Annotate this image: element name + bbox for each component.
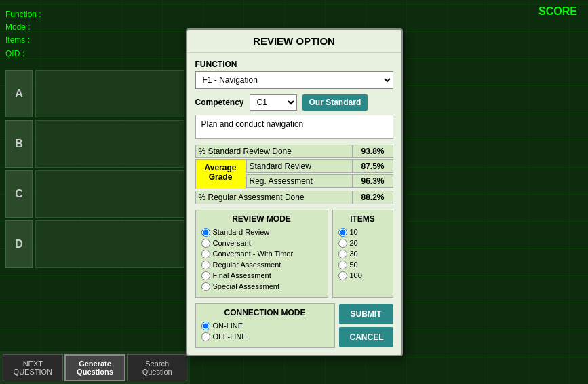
radio-online: ON-LINE <box>201 322 329 330</box>
radio-offline-label: OFF-LINE <box>213 332 247 341</box>
average-grade-cell: AverageGrade <box>195 159 246 189</box>
radio-offline: OFF-LINE <box>201 332 329 341</box>
function-section-label: FUNCTION <box>195 60 393 69</box>
percent-regular-label: % Regular Assessment Done <box>195 191 353 204</box>
radio-items-10-input[interactable] <box>338 228 347 237</box>
submit-button[interactable]: SUBMIT <box>339 304 393 324</box>
reg-assessment-label: Reg. Assessment <box>246 174 353 188</box>
competency-row: Competency C1 C2 C3 C4 Our Standard <box>195 94 393 111</box>
percent-standard-label: % Standard Review Done <box>195 145 353 158</box>
radio-conversant-timer: Conversant - With Timer <box>201 250 322 258</box>
competency-select[interactable]: C1 C2 C3 C4 <box>250 94 297 111</box>
radio-regular-assessment-label: Regular Assessment <box>213 261 281 269</box>
average-section: AverageGrade Standard Review 87.5% Reg. … <box>195 159 393 189</box>
our-standard-button[interactable]: Our Standard <box>302 94 368 111</box>
standard-review-value: 87.5% <box>353 159 393 173</box>
radio-items-20: 20 <box>338 239 387 248</box>
radio-special-assessment-input[interactable] <box>201 282 210 291</box>
radio-items-100-input[interactable] <box>338 271 347 280</box>
radio-regular-assessment: Regular Assessment <box>201 261 322 269</box>
competency-label: Competency <box>195 98 244 107</box>
radio-items-20-input[interactable] <box>338 239 347 248</box>
radio-regular-assessment-input[interactable] <box>201 261 210 269</box>
radio-final-assessment-input[interactable] <box>201 271 210 280</box>
modal-body: FUNCTION F1 - Navigation F2 - Engineerin… <box>187 53 401 355</box>
action-buttons: SUBMIT CANCEL <box>339 303 393 348</box>
stats-row-standard: % Standard Review Done 93.8% <box>195 145 393 158</box>
radio-standard-review-label: Standard Review <box>213 228 270 236</box>
radio-items-10-label: 10 <box>350 228 358 236</box>
lower-section: REVIEW MODE Standard Review Conversant C… <box>195 210 393 298</box>
radio-items-30-input[interactable] <box>338 250 347 258</box>
radio-conversant-input[interactable] <box>201 239 210 248</box>
average-right: Standard Review 87.5% Reg. Assessment 96… <box>246 159 393 189</box>
modal-title: REVIEW OPTION <box>187 30 401 53</box>
radio-conversant-timer-label: Conversant - With Timer <box>213 250 294 258</box>
radio-items-50-label: 50 <box>350 261 358 269</box>
radio-items-30-label: 30 <box>350 250 358 258</box>
modal-overlay: REVIEW OPTION FUNCTION F1 - Navigation F… <box>0 0 588 384</box>
radio-standard-review: Standard Review <box>201 228 322 237</box>
description-box: Plan and conduct navigation <box>195 115 393 139</box>
connection-mode-title: CONNECTION MODE <box>201 308 329 318</box>
radio-items-10: 10 <box>338 228 387 237</box>
bottom-row: CONNECTION MODE ON-LINE OFF-LINE SUBMIT … <box>195 303 393 348</box>
radio-items-30: 30 <box>338 250 387 258</box>
function-select[interactable]: F1 - Navigation F2 - Engineering F3 - Ca… <box>195 71 393 89</box>
percent-standard-value: 93.8% <box>353 145 393 158</box>
radio-online-label: ON-LINE <box>213 322 243 330</box>
stats-row-standard-review: Standard Review 87.5% <box>246 159 393 173</box>
review-mode-title: REVIEW MODE <box>201 214 322 224</box>
radio-special-assessment: Special Assessment <box>201 282 322 291</box>
radio-items-50-input[interactable] <box>338 261 347 269</box>
radio-special-assessment-label: Special Assessment <box>213 282 279 290</box>
radio-offline-input[interactable] <box>201 332 210 341</box>
standard-review-label: Standard Review <box>246 159 353 173</box>
connection-mode-box: CONNECTION MODE ON-LINE OFF-LINE <box>195 303 335 348</box>
radio-online-input[interactable] <box>201 322 210 330</box>
stats-row-reg-assessment: Reg. Assessment 96.3% <box>246 174 393 188</box>
radio-final-assessment-label: Final Assessment <box>213 271 271 280</box>
radio-items-20-label: 20 <box>350 239 358 247</box>
review-mode-box: REVIEW MODE Standard Review Conversant C… <box>195 210 328 298</box>
radio-conversant-timer-input[interactable] <box>201 250 210 258</box>
radio-items-100: 100 <box>338 271 387 280</box>
radio-items-100-label: 100 <box>350 271 362 280</box>
radio-final-assessment: Final Assessment <box>201 271 322 280</box>
reg-assessment-value: 96.3% <box>353 174 393 188</box>
radio-standard-review-input[interactable] <box>201 228 210 237</box>
radio-items-50: 50 <box>338 261 387 269</box>
items-title: ITEMS <box>338 214 387 224</box>
radio-conversant: Conversant <box>201 239 322 248</box>
radio-conversant-label: Conversant <box>213 239 251 247</box>
stats-row-regular: % Regular Assessment Done 88.2% <box>195 191 393 204</box>
items-box: ITEMS 10 20 30 50 <box>332 210 393 298</box>
percent-regular-value: 88.2% <box>353 191 393 204</box>
cancel-button[interactable]: CANCEL <box>339 327 393 347</box>
review-option-modal: REVIEW OPTION FUNCTION F1 - Navigation F… <box>186 28 403 356</box>
